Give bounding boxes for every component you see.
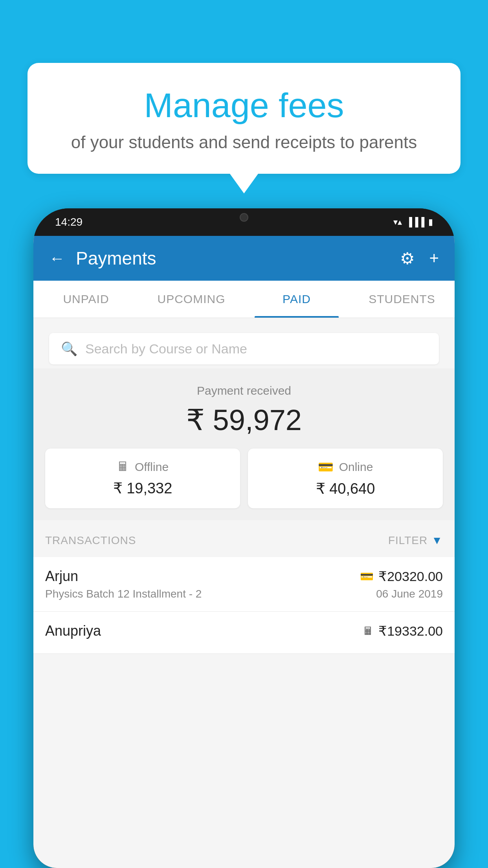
phone-camera [240, 213, 248, 222]
tab-paid[interactable]: PAID [244, 281, 349, 318]
offline-card: 🖩 Offline ₹ 19,332 [45, 449, 240, 508]
payment-cards: 🖩 Offline ₹ 19,332 💳 Online ₹ 40,640 [45, 449, 443, 508]
bubble-subtitle: of your students and send receipts to pa… [59, 132, 429, 152]
payment-total-amount: ₹ 59,972 [45, 403, 443, 437]
offline-label: Offline [135, 460, 169, 474]
transaction-detail: Physics Batch 12 Installment - 2 [45, 588, 202, 600]
speech-bubble-tail [230, 174, 258, 193]
app-header: ← Payments ⚙ + [33, 236, 455, 281]
transaction-amount: ₹20320.00 [378, 568, 443, 584]
online-card-header: 💳 Online [256, 460, 435, 474]
transaction-amount: ₹19332.00 [378, 623, 443, 639]
speech-bubble-card: Manage fees of your students and send re… [28, 63, 460, 174]
filter-label: FILTER [388, 534, 427, 547]
speech-bubble-section: Manage fees of your students and send re… [28, 63, 460, 193]
bubble-title: Manage fees [59, 86, 429, 125]
add-icon[interactable]: + [429, 249, 439, 268]
phone-frame: 14:29 ▾▴ ▐▐▐ ▮ ← Payments ⚙ + UNPAID UPC… [33, 208, 455, 868]
online-amount: ₹ 40,640 [256, 480, 435, 497]
transaction-name: Arjun [45, 568, 78, 585]
transaction-row[interactable]: Anupriya 🖩 ₹19332.00 [33, 612, 455, 654]
filter-button[interactable]: FILTER ▼ [388, 534, 443, 547]
offline-card-header: 🖩 Offline [53, 460, 232, 474]
payment-summary: Payment received ₹ 59,972 🖩 Offline ₹ 19… [33, 368, 455, 520]
transactions-header: TRANSACTIONS FILTER ▼ [33, 524, 455, 557]
tabs-container: UNPAID UPCOMING PAID STUDENTS [33, 281, 455, 318]
online-payment-icon: 💳 [318, 460, 334, 474]
transaction-row-bottom: Physics Batch 12 Installment - 2 06 June… [45, 588, 443, 600]
tab-students[interactable]: STUDENTS [349, 281, 455, 318]
online-card: 💳 Online ₹ 40,640 [248, 449, 443, 508]
signal-icon: ▐▐▐ [406, 217, 424, 227]
status-bar: 14:29 ▾▴ ▐▐▐ ▮ [33, 208, 455, 236]
search-icon: 🔍 [61, 341, 77, 357]
status-time: 14:29 [55, 216, 83, 228]
offline-payment-icon: 🖩 [117, 460, 129, 474]
transaction-row-top: Arjun 💳 ₹20320.00 [45, 568, 443, 585]
battery-icon: ▮ [428, 217, 433, 227]
offline-payment-icon: 🖩 [363, 625, 374, 638]
search-bar[interactable]: 🔍 Search by Course or Name [49, 333, 439, 364]
page-title: Payments [76, 248, 156, 269]
transaction-row-top: Anupriya 🖩 ₹19332.00 [45, 623, 443, 639]
offline-amount: ₹ 19,332 [53, 480, 232, 497]
tab-upcoming[interactable]: UPCOMING [139, 281, 244, 318]
settings-icon[interactable]: ⚙ [400, 249, 415, 268]
search-input[interactable]: Search by Course or Name [85, 341, 247, 357]
tab-unpaid[interactable]: UNPAID [33, 281, 139, 318]
transaction-row[interactable]: Arjun 💳 ₹20320.00 Physics Batch 12 Insta… [33, 557, 455, 612]
card-payment-icon: 💳 [360, 570, 374, 583]
transaction-amount-wrap: 🖩 ₹19332.00 [363, 623, 443, 639]
transaction-date: 06 June 2019 [376, 588, 443, 600]
payment-received-label: Payment received [45, 384, 443, 397]
wifi-icon: ▾▴ [393, 217, 402, 227]
filter-icon: ▼ [431, 534, 443, 547]
online-label: Online [339, 460, 373, 474]
transaction-name: Anupriya [45, 623, 101, 639]
header-left: ← Payments [49, 248, 156, 269]
phone-notch [220, 208, 268, 226]
app-screen: ← Payments ⚙ + UNPAID UPCOMING PAID STUD… [33, 236, 455, 868]
transaction-amount-wrap: 💳 ₹20320.00 [360, 568, 443, 584]
transactions-section-label: TRANSACTIONS [45, 534, 136, 547]
status-icons: ▾▴ ▐▐▐ ▮ [393, 217, 433, 227]
header-right: ⚙ + [400, 249, 439, 268]
back-button[interactable]: ← [49, 250, 65, 267]
